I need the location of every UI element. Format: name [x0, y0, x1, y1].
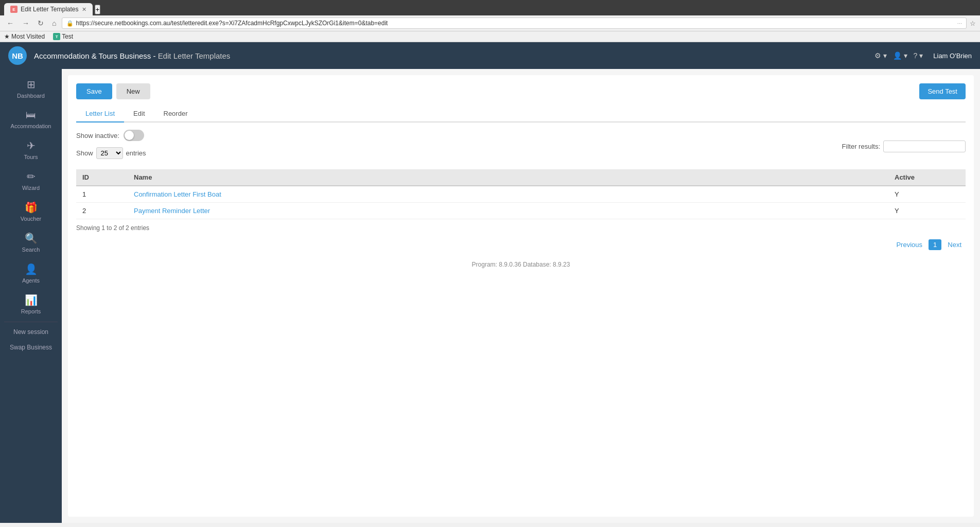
sidebar-item-voucher-label: Voucher	[21, 216, 41, 222]
app-body: ⊞ Dashboard 🛏 Accommodation ✈ Tours ✏ Wi…	[0, 69, 980, 523]
filter-input[interactable]	[883, 140, 966, 152]
sidebar-item-swap-business[interactable]: Swap Business	[0, 340, 62, 355]
wizard-icon: ✏	[27, 170, 36, 183]
cell-name: Confirmation Letter First Boat	[128, 186, 888, 203]
sidebar-item-dashboard[interactable]: ⊞ Dashboard	[0, 73, 62, 104]
col-header-active: Active	[888, 169, 966, 186]
show-label-after: entries	[126, 149, 146, 157]
tours-icon: ✈	[27, 139, 36, 152]
showing-text-label: Showing 1 to 2 of 2 entries	[76, 224, 149, 232]
tab-letter-list-label: Letter List	[85, 110, 115, 117]
filter-row: Filter results:	[842, 140, 966, 152]
filter-label: Filter results:	[842, 143, 880, 150]
bookmarks-bar: ★ Most Visited T Test	[0, 31, 980, 42]
sidebar-item-voucher[interactable]: 🎁 Voucher	[0, 196, 62, 227]
sidebar-item-new-session[interactable]: New session	[0, 324, 62, 340]
forward-button[interactable]: →	[20, 18, 32, 28]
cell-active: Y	[888, 186, 966, 203]
help-button[interactable]: ? ▾	[914, 51, 923, 60]
test-favicon: T	[53, 33, 60, 40]
sidebar-item-wizard[interactable]: ✏ Wizard	[0, 165, 62, 196]
sidebar-item-reports[interactable]: 📊 Reports	[0, 289, 62, 320]
col-header-id: ID	[76, 169, 128, 186]
test-label: Test	[62, 33, 73, 40]
tab-bar-letter: Letter List Edit Reorder	[76, 106, 966, 122]
bookmark-most-visited[interactable]: ★ Most Visited	[4, 33, 45, 40]
browser-tab[interactable]: E Edit Letter Templates ✕	[4, 3, 93, 15]
swap-business-label: Swap Business	[10, 344, 52, 351]
cell-name: Payment Reminder Letter	[128, 203, 888, 219]
new-button[interactable]: New	[116, 83, 150, 99]
tab-title: Edit Letter Templates	[21, 6, 79, 13]
row-link[interactable]: Payment Reminder Letter	[134, 207, 210, 215]
tab-edit[interactable]: Edit	[124, 106, 154, 122]
new-session-label: New session	[13, 328, 48, 336]
show-entries-select[interactable]: 10 25 50 100	[96, 147, 123, 159]
save-button[interactable]: Save	[76, 83, 112, 99]
address-extras: ···	[957, 20, 962, 26]
tab-close-icon[interactable]: ✕	[82, 6, 86, 13]
cell-active: Y	[888, 203, 966, 219]
show-inactive-toggle[interactable]	[124, 130, 144, 141]
tab-favicon: E	[10, 6, 18, 13]
cell-id: 1	[76, 186, 128, 203]
data-table: ID Name Active 1 Confirmation Letter Fir…	[76, 169, 966, 219]
sidebar-item-dashboard-label: Dashboard	[17, 93, 45, 99]
show-inactive-row: Show inactive:	[76, 130, 966, 141]
browser-nav-bar: ← → ↻ ⌂ 🔒 https://secure.netbookings.com…	[0, 15, 980, 31]
header-icons: ⚙ ▾ 👤 ▾ ? ▾ Liam O'Brien	[874, 51, 972, 60]
back-button[interactable]: ←	[4, 18, 16, 28]
footer: Program: 8.9.0.36 Database: 8.9.23	[76, 251, 966, 278]
new-tab-button[interactable]: +	[95, 5, 101, 14]
table-body: 1 Confirmation Letter First Boat Y 2 Pay…	[76, 186, 966, 219]
home-button[interactable]: ⌂	[49, 18, 59, 28]
reports-icon: 📊	[25, 294, 38, 306]
toggle-knob	[125, 131, 134, 140]
sidebar-item-accommodation[interactable]: 🛏 Accommodation	[0, 104, 62, 134]
controls-row: Show 10 25 50 100 entries Filter results…	[76, 147, 966, 165]
app-title: Accommodation & Tours Business - Edit Le…	[34, 51, 230, 60]
showing-text: Showing 1 to 2 of 2 entries	[76, 224, 966, 232]
settings-button[interactable]: ⚙ ▾	[874, 51, 887, 60]
nav-extras: ☆	[970, 20, 976, 27]
voucher-icon: 🎁	[25, 201, 38, 214]
search-icon: 🔍	[25, 232, 38, 244]
sidebar-item-tours[interactable]: ✈ Tours	[0, 134, 62, 165]
app-header: NB Accommodation & Tours Business - Edit…	[0, 42, 980, 69]
next-button[interactable]: Next	[943, 239, 966, 251]
cell-id: 2	[76, 203, 128, 219]
tab-bar: E Edit Letter Templates ✕ +	[4, 3, 976, 15]
previous-button[interactable]: Previous	[892, 239, 926, 251]
dashboard-icon: ⊞	[27, 78, 36, 91]
table-header-row: ID Name Active	[76, 169, 966, 186]
sidebar-divider	[4, 322, 58, 322]
address-bar[interactable]: 🔒 https://secure.netbookings.com.au/test…	[62, 17, 967, 29]
sidebar-item-agents[interactable]: 👤 Agents	[0, 258, 62, 289]
show-label-before: Show	[76, 149, 93, 157]
bookmark-test[interactable]: T Test	[53, 33, 73, 40]
page-title: Edit Letter Templates	[158, 51, 231, 60]
bookmark-star-icon[interactable]: ☆	[970, 20, 976, 27]
most-visited-label: Most Visited	[11, 33, 45, 40]
reload-button[interactable]: ↻	[35, 18, 46, 28]
row-link[interactable]: Confirmation Letter First Boat	[134, 190, 221, 198]
title-separator: -	[153, 51, 158, 60]
tab-letter-list[interactable]: Letter List	[76, 106, 124, 122]
sidebar-item-reports-label: Reports	[21, 308, 41, 314]
show-inactive-label: Show inactive:	[76, 132, 119, 139]
user-icon-button[interactable]: 👤 ▾	[893, 51, 907, 60]
send-test-button[interactable]: Send Test	[919, 83, 966, 99]
sidebar: ⊞ Dashboard 🛏 Accommodation ✈ Tours ✏ Wi…	[0, 69, 62, 523]
sidebar-item-search[interactable]: 🔍 Search	[0, 227, 62, 258]
pagination: Previous 1 Next	[76, 239, 966, 251]
most-visited-icon: ★	[4, 33, 10, 40]
sidebar-item-tours-label: Tours	[24, 154, 38, 160]
tab-reorder[interactable]: Reorder	[154, 106, 197, 122]
page-number[interactable]: 1	[929, 239, 941, 250]
url-text: https://secure.netbookings.com.au/test/l…	[76, 20, 955, 27]
main-content: Save New Send Test Letter List Edit Reor…	[62, 69, 980, 523]
header-username: Liam O'Brien	[933, 52, 972, 60]
sidebar-item-agents-label: Agents	[22, 277, 40, 284]
app-container: NB Accommodation & Tours Business - Edit…	[0, 42, 980, 523]
toolbar: Save New Send Test	[76, 83, 966, 99]
